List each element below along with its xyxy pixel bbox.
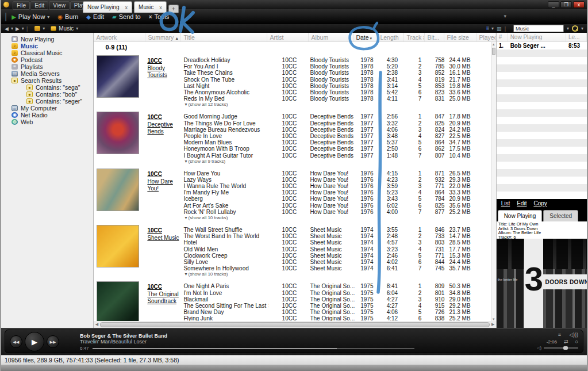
album-link[interactable]: How Dare You! bbox=[147, 178, 182, 192]
track-row[interactable]: I'm Mandy Fly Me10CCHow Dare You!19765:2… bbox=[182, 189, 495, 196]
panel-tab-now-playing[interactable]: Now Playing bbox=[498, 210, 543, 221]
scroll-left-arrow[interactable]: ◀ bbox=[94, 322, 99, 327]
maximize-button[interactable]: ❐ bbox=[560, 1, 572, 8]
track-row[interactable]: The Things We Do For Love10CCDeceptive B… bbox=[182, 120, 495, 127]
track-row[interactable]: Shock On The Tube10CCBloody Tourists1978… bbox=[182, 77, 495, 83]
track-row[interactable]: Honeymoon With B Troop10CCDeceptive Bend… bbox=[182, 146, 495, 152]
tab-close-icon[interactable]: x bbox=[159, 5, 162, 10]
track-row[interactable]: People In Love10CCDeceptive Bends19773:4… bbox=[182, 133, 495, 139]
album-artwork[interactable] bbox=[97, 225, 139, 267]
sidebar-item-media-servers[interactable]: ▤Media Servers bbox=[1, 70, 93, 77]
np-column-[interactable]: # bbox=[497, 33, 508, 41]
next-button[interactable]: ▶▶ bbox=[47, 335, 59, 348]
track-row[interactable]: Marriage Bureau Rendezvous10CCDeceptive … bbox=[182, 127, 495, 133]
track-row[interactable]: Flying Junk10CCThe Original So....19754:… bbox=[182, 315, 495, 321]
search-input[interactable] bbox=[513, 25, 564, 32]
column-header-artwork[interactable]: Artwork bbox=[94, 33, 145, 41]
track-row[interactable]: Iceberg10CCHow Dare You!19763:43578420.9… bbox=[182, 196, 495, 202]
track-row[interactable]: Somewhere In Hollywood10CCSheet Music197… bbox=[182, 265, 495, 271]
tools-button[interactable]: ×Tools bbox=[149, 13, 170, 20]
sidebar-item-contains-sega[interactable]: ●Contains: "sega" bbox=[1, 84, 93, 91]
menu-file[interactable]: File bbox=[13, 1, 30, 10]
play-button[interactable]: ▶ bbox=[25, 332, 44, 351]
track-row[interactable]: Silly Love10CCSheet Music19744:02684424.… bbox=[182, 259, 495, 265]
new-tab-button[interactable]: + bbox=[168, 5, 179, 13]
edit-button[interactable]: ◆Edit bbox=[86, 13, 104, 20]
show-all-tracks-link[interactable]: ▾ (show all 10 tracks) bbox=[182, 271, 495, 277]
column-header-summary[interactable]: Summary ▲ bbox=[145, 33, 181, 41]
album-link[interactable]: The Original Soundtrack bbox=[147, 291, 182, 305]
speaker-icon[interactable]: ◁))) bbox=[569, 332, 578, 338]
track-row[interactable]: I'm Not In Love10CCThe Original So....19… bbox=[182, 289, 495, 296]
dropdown-caret[interactable]: ▾ bbox=[47, 14, 49, 20]
track-row[interactable]: I Wanna Rule The World10CCHow Dare You!1… bbox=[182, 183, 495, 189]
track-row[interactable]: How Dare You10CCHow Dare You!19764:15187… bbox=[182, 170, 495, 177]
search-options-caret[interactable]: ▾ bbox=[581, 26, 583, 31]
column-header-filesize[interactable]: File size bbox=[444, 33, 476, 41]
sidebar-item-classical-music[interactable]: ♪Classical Music bbox=[1, 49, 93, 56]
track-row[interactable]: Take These Chains10CCBloody Tourists1978… bbox=[182, 70, 495, 76]
now-playing-row[interactable]: 1.Bob Seger ...8:53 bbox=[497, 42, 587, 49]
menu-edit[interactable]: Edit bbox=[30, 1, 48, 10]
artist-link[interactable]: 10CC bbox=[147, 58, 182, 64]
panel-menu-copy[interactable]: Copy bbox=[533, 200, 547, 206]
album-link[interactable]: Deceptive Bends bbox=[147, 121, 182, 135]
column-view-icon[interactable]: ▥ bbox=[497, 26, 502, 32]
track-row[interactable]: Dreadlock Holiday10CCBloody Tourists1978… bbox=[182, 57, 495, 63]
shuffle-icon[interactable]: ⇄ bbox=[564, 339, 568, 345]
column-header-bit[interactable]: Bit... bbox=[425, 33, 444, 41]
album-link[interactable]: Bloody Tourists bbox=[147, 65, 182, 79]
panel-tab-selected[interactable]: Selected bbox=[543, 210, 578, 221]
artist-link[interactable]: 10CC bbox=[147, 284, 182, 290]
show-all-tracks-link[interactable]: ▾ (show all 10 tracks) bbox=[182, 215, 495, 221]
album-link[interactable]: Sheet Music bbox=[147, 235, 182, 242]
minimize-button[interactable]: _ bbox=[548, 1, 559, 8]
search-scope-caret[interactable]: ▾ bbox=[567, 26, 569, 31]
scope-caret[interactable]: ▾ bbox=[76, 26, 78, 31]
tab-music[interactable]: Musicx bbox=[134, 1, 167, 13]
play-now-button[interactable]: ▶Play Now▾ bbox=[11, 13, 49, 20]
track-row[interactable]: Good Morning Judge10CCDeceptive Bends197… bbox=[182, 113, 495, 120]
np-column-Le[interactable]: Le... bbox=[566, 33, 587, 41]
track-row[interactable]: Blackmail10CCThe Original So....19754:27… bbox=[182, 296, 495, 303]
track-row[interactable]: Reds In My Bed10CCBloody Tourists19784:1… bbox=[182, 95, 495, 102]
send-to-button[interactable]: ▰Send to bbox=[112, 13, 141, 20]
tab-close-icon[interactable]: x bbox=[125, 5, 128, 10]
speaker-caret[interactable]: ▾ bbox=[43, 26, 45, 31]
sidebar-item-search-results[interactable]: ●Search Results bbox=[1, 77, 93, 84]
scroll-thumb[interactable] bbox=[100, 322, 489, 327]
show-all-tracks-link[interactable]: ▾ (show all 9 tracks) bbox=[182, 159, 495, 165]
track-row[interactable]: I Bought A Flat Guitar Tutor10CCDeceptiv… bbox=[182, 152, 495, 158]
album-artwork[interactable] bbox=[97, 55, 139, 98]
track-row[interactable]: Hotel10CCSheet Music19744:57380328.5 MB bbox=[182, 239, 495, 246]
horizontal-scrollbar[interactable]: ◀ ▶ bbox=[94, 321, 495, 328]
volume-slider[interactable] bbox=[544, 347, 578, 349]
track-row[interactable]: Last Night10CCBloody Tourists19783:14585… bbox=[182, 83, 495, 89]
back-button[interactable]: ◀ bbox=[5, 26, 9, 32]
view-caret[interactable]: ▾ bbox=[491, 26, 494, 31]
track-row[interactable]: One Night A Paris10CCThe Original So....… bbox=[182, 283, 495, 289]
track-row[interactable]: The Worst Band In The World10CCSheet Mus… bbox=[182, 233, 495, 239]
show-all-tracks-link[interactable]: ▾ (show all 12 tracks) bbox=[182, 102, 495, 108]
sidebar-item-contains-bob[interactable]: ●Contains: "bob" bbox=[1, 91, 93, 98]
track-row[interactable]: Brand New Day10CCThe Original So....1975… bbox=[182, 309, 495, 315]
close-button[interactable]: x bbox=[573, 1, 585, 8]
sidebar-item-now-playing[interactable]: ▣Now Playing bbox=[1, 36, 93, 43]
column-header-artist[interactable]: Artist bbox=[267, 33, 309, 41]
forward-button[interactable]: ▶ bbox=[16, 26, 20, 32]
sidebar-item-contains-seger[interactable]: ●Contains: "seger" bbox=[1, 98, 93, 105]
column-header-title[interactable]: Title bbox=[181, 33, 267, 41]
artist-link[interactable]: 10CC bbox=[147, 227, 182, 234]
tab-now-playing[interactable]: Now Playingx bbox=[83, 1, 132, 13]
track-row[interactable]: The Second Sitting For The Last Supper10… bbox=[182, 303, 495, 309]
previous-button[interactable]: ◀◀ bbox=[10, 335, 22, 348]
scroll-right-arrow[interactable]: ▶ bbox=[490, 322, 496, 327]
album-artwork[interactable] bbox=[97, 281, 139, 321]
track-row[interactable]: Clockwork Creep10CCSheet Music19742:4657… bbox=[182, 253, 495, 259]
sidebar-item-my-computer[interactable]: ▢My Computer bbox=[1, 105, 93, 112]
sidebar-item-music[interactable]: ♪Music bbox=[1, 43, 93, 49]
forward-history-caret[interactable]: ▾ bbox=[22, 26, 24, 31]
track-row[interactable]: The Wall Street Shuffle10CCSheet Music19… bbox=[182, 227, 495, 233]
track-row[interactable]: The Anonymous Alcoholic10CCBloody Touris… bbox=[182, 89, 495, 95]
list-view-icon[interactable]: ⦙⦙ bbox=[486, 25, 489, 32]
